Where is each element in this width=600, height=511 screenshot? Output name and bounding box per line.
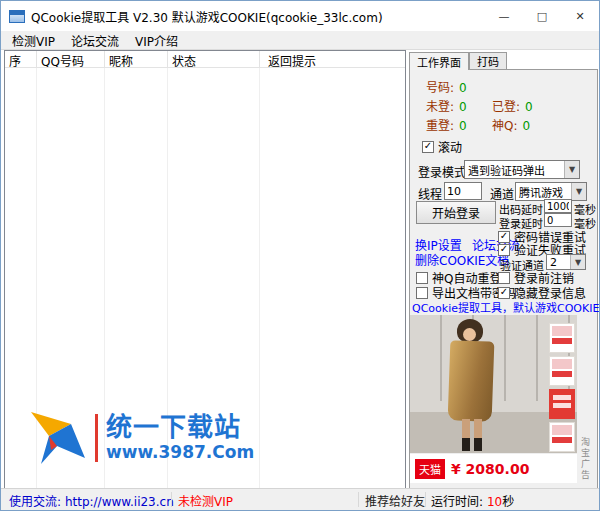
stat-total-label: 号码: xyxy=(426,81,454,95)
panel-tabs: 工作界面 打码 xyxy=(409,52,507,69)
runtime-section: 运行时间: 10秒 xyxy=(431,492,514,509)
ad-thumbnail xyxy=(549,389,575,419)
recommend-link[interactable]: 推荐给好友 xyxy=(365,492,425,509)
watermark-site-url: www.3987.Com xyxy=(106,442,254,462)
chevron-down-icon: ▼ xyxy=(564,161,579,178)
code-delay-input[interactable] xyxy=(544,199,572,213)
verify-channel-select[interactable]: 2 ▼ xyxy=(546,254,586,270)
watermark-site-name: 统一下载站 xyxy=(106,414,254,441)
start-login-button[interactable]: 开始登录 xyxy=(416,201,496,224)
ad-bottom-bar: 天猫 ¥ 2080.00 xyxy=(410,453,577,483)
gold-coat xyxy=(448,340,495,421)
tmall-logo: 天猫 xyxy=(415,459,445,479)
maximize-button[interactable]: □ xyxy=(523,1,561,31)
tab-work-interface[interactable]: 工作界面 xyxy=(409,52,469,70)
statusbar-divider xyxy=(425,492,426,507)
ad-label: 淘宝广告 xyxy=(579,437,592,481)
login-mode-select[interactable]: 遇到验证码弹出 ▼ xyxy=(464,160,580,179)
statusbar-divider xyxy=(358,492,359,507)
stat-not-logged: 未登:0 xyxy=(426,97,492,114)
vip-status: 未检测VIP xyxy=(178,492,233,509)
login-stats: 号码:0 未登:0 已登:0 重登:0 神Q:0 xyxy=(426,78,586,135)
verify-channel-value: 2 xyxy=(547,256,570,269)
watermark: 统一下载站 www.3987.Com xyxy=(27,408,254,468)
login-delay-input[interactable] xyxy=(544,213,572,227)
stat-not-logged-label: 未登: xyxy=(426,100,454,114)
thread-label: 线程 xyxy=(418,185,442,202)
model-figure xyxy=(440,319,504,451)
scroll-checkbox[interactable]: 滚动 xyxy=(422,138,462,155)
app-window: QCookie提取工具 V2.30 默认游戏COOKIE(qcookie_33l… xyxy=(0,0,600,511)
scroll-checkbox-label: 滚动 xyxy=(438,138,462,155)
minimize-button[interactable]: — xyxy=(485,1,523,31)
runtime-label: 运行时间: xyxy=(431,495,483,509)
checkbox-icon xyxy=(498,287,510,299)
ad-banner[interactable]: 天猫 ¥ 2080.00 淘宝广告 xyxy=(410,315,577,483)
stat-total-value: 0 xyxy=(459,81,467,95)
watermark-text: 统一下载站 www.3987.Com xyxy=(95,414,254,461)
download-site-logo-icon xyxy=(27,408,89,468)
ad-thumbnails xyxy=(549,323,575,452)
checkbox-icon xyxy=(422,141,434,153)
thread-input[interactable] xyxy=(444,182,482,200)
menu-item-vip-intro[interactable]: VIP介绍 xyxy=(127,31,186,49)
login-mode-value: 遇到验证码弹出 xyxy=(465,162,564,178)
stat-shenq-label: 神Q: xyxy=(492,119,518,133)
delete-cookie-link[interactable]: 删除COOKIE文档 xyxy=(415,251,509,268)
ad-thumbnail xyxy=(549,323,575,353)
chevron-down-icon: ▼ xyxy=(571,183,586,200)
column-header-nick[interactable]: 昵称 xyxy=(105,51,168,67)
ad-thumbnail xyxy=(549,422,575,452)
title-bar: QCookie提取工具 V2.30 默认游戏COOKIE(qcookie_33l… xyxy=(1,1,599,31)
stat-not-logged-value: 0 xyxy=(459,100,467,114)
column-header-message[interactable]: 返回提示 xyxy=(260,51,405,67)
runtime-unit: 秒 xyxy=(502,495,514,509)
chevron-down-icon: ▼ xyxy=(570,255,585,269)
checkbox-icon xyxy=(416,272,428,284)
panel-note: QCookie提取工具，默认游戏COOKIE xyxy=(412,299,599,315)
column-divider xyxy=(259,68,260,489)
channel-label: 通道 xyxy=(490,185,514,202)
close-button[interactable]: ✕ xyxy=(561,1,599,31)
ad-thumbnail xyxy=(549,356,575,386)
stat-logged: 已登:0 xyxy=(492,97,558,114)
statusbar-divider xyxy=(171,492,172,507)
stat-logged-value: 0 xyxy=(525,100,533,114)
column-header-qq[interactable]: QQ号码 xyxy=(37,51,105,67)
menu-bar: 检测VIP 论坛交流 VIP介绍 xyxy=(1,31,599,50)
contact-link[interactable]: http://www.ii23.cn xyxy=(65,495,174,509)
contact-label: 使用交流: xyxy=(9,495,61,509)
stat-row: 未登:0 已登:0 xyxy=(426,97,586,114)
menu-item-forum[interactable]: 论坛交流 xyxy=(63,31,127,49)
stat-relogin-label: 重登: xyxy=(426,119,454,133)
contact-section: 使用交流: http://www.ii23.cn xyxy=(9,492,174,509)
tab-captcha[interactable]: 打码 xyxy=(469,52,507,69)
status-bar: 使用交流: http://www.ii23.cn 未检测VIP 推荐给好友 运行… xyxy=(1,488,599,510)
login-mode-label: 登录模式 xyxy=(418,163,466,180)
menu-item-check-vip[interactable]: 检测VIP xyxy=(4,31,63,49)
stat-relogin-value: 0 xyxy=(459,119,467,133)
account-table: 序 QQ号码 昵称 状态 返回提示 统一下载站 www.3987.Com xyxy=(4,50,406,490)
checkbox-icon xyxy=(498,272,510,284)
checkbox-icon xyxy=(498,244,510,256)
window-title: QCookie提取工具 V2.30 默认游戏COOKIE(qcookie_33l… xyxy=(31,8,383,25)
column-header-index[interactable]: 序 xyxy=(5,51,37,67)
checkbox-icon xyxy=(416,287,428,299)
channel-value: 腾讯游戏 xyxy=(516,184,571,200)
stat-logged-label: 已登: xyxy=(492,100,520,114)
work-panel: 号码:0 未登:0 已登:0 重登:0 神Q:0 滚动 登录模式 遇到验证码弹出… xyxy=(409,69,598,489)
stat-shenq: 神Q:0 xyxy=(492,116,558,133)
stat-shenq-value: 0 xyxy=(523,119,531,133)
table-header: 序 QQ号码 昵称 状态 返回提示 xyxy=(5,51,405,68)
model-face xyxy=(463,328,476,341)
stat-row: 重登:0 神Q:0 xyxy=(426,116,586,133)
ad-price: ¥ 2080.00 xyxy=(451,461,529,477)
model-legs xyxy=(462,419,482,451)
stat-row: 号码:0 xyxy=(426,78,586,95)
ad-photo xyxy=(410,315,577,453)
stat-relogin: 重登:0 xyxy=(426,116,492,133)
stat-total: 号码:0 xyxy=(426,78,492,95)
window-controls: — □ ✕ xyxy=(485,1,599,31)
table-body[interactable]: 统一下载站 www.3987.Com xyxy=(5,68,405,489)
column-header-status[interactable]: 状态 xyxy=(168,51,260,67)
